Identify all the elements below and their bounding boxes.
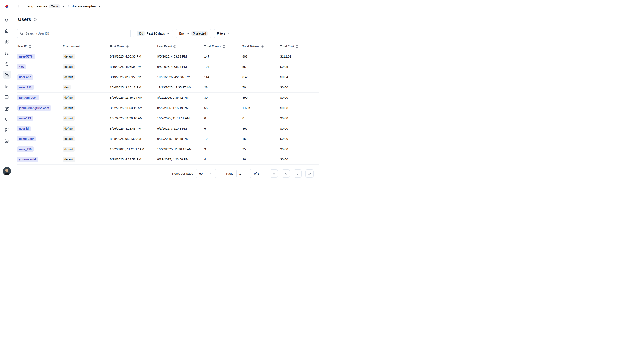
chevrons-right-icon: [308, 172, 311, 175]
user-table-row[interactable]: user-abc default 8/19/2025, 3:36:27 PM 1…: [17, 72, 319, 82]
user-table-row[interactable]: jannik@langfuse.com default 8/22/2025, 1…: [17, 103, 319, 113]
project-name[interactable]: docs-examples: [72, 5, 96, 8]
info-icon[interactable]: [222, 45, 226, 48]
user-id-badge[interactable]: user_123: [17, 85, 34, 90]
last-event-cell: 11/13/2025, 11:35:27 AM: [157, 82, 204, 93]
search-input[interactable]: [26, 32, 128, 35]
user-table-row[interactable]: user_456 default 10/23/2025, 11:26:17 AM…: [17, 144, 319, 154]
user-id-badge[interactable]: user_456: [17, 147, 34, 152]
env-selected-chip: 5 selected: [191, 31, 208, 36]
page-number-input[interactable]: [236, 169, 251, 178]
insights-lightbulb-icon: [5, 117, 9, 122]
previous-page-button[interactable]: [282, 170, 290, 178]
dashboard-grid-icon: [5, 40, 9, 44]
user-table-row[interactable]: demo-user default 8/28/2025, 9:32:30 AM …: [17, 134, 319, 144]
info-icon[interactable]: [126, 45, 129, 48]
breadcrumb: langfuse-dev Team / docs-examples: [26, 4, 101, 9]
total-events-cell: 12: [204, 134, 242, 144]
first-event-cell: 8/19/2025, 3:36:27 PM: [110, 72, 157, 82]
sidebar-item-dashboards[interactable]: [3, 38, 11, 46]
sidebar-item-sessions[interactable]: [3, 60, 11, 68]
user-id-badge[interactable]: random-user: [17, 95, 39, 100]
filter-toolbar: 90d Past 90 days Env 5 selected Filters: [17, 29, 322, 38]
sidebar-item-evals[interactable]: [3, 105, 11, 113]
sidebar-group-2: [3, 49, 11, 79]
column-header-last_event[interactable]: Last Event: [157, 42, 204, 52]
environment-filter-button[interactable]: Env 5 selected: [176, 29, 211, 38]
total-events-cell: 6: [204, 113, 242, 124]
filters-button[interactable]: Filters: [214, 29, 234, 38]
chevron-down-icon: [166, 32, 170, 35]
user-id-badge[interactable]: demo-user: [17, 136, 36, 141]
org-chevron-down-icon[interactable]: [62, 5, 65, 8]
sidebar-item-insights[interactable]: [3, 115, 11, 124]
sidebar-group-4: [3, 105, 11, 145]
sidebar-item-search[interactable]: [3, 16, 11, 24]
user-table-row[interactable]: user-123 default 10/7/2025, 11:28:16 AM …: [17, 113, 319, 124]
project-chevron-down-icon[interactable]: [98, 5, 101, 8]
user-id-badge[interactable]: your-user-id: [17, 157, 38, 162]
info-icon[interactable]: [173, 45, 176, 48]
environment-badge: dev: [62, 85, 71, 90]
user-avatar[interactable]: [3, 167, 11, 175]
first-page-button[interactable]: [270, 170, 278, 178]
sidebar-item-datasets[interactable]: [3, 126, 11, 134]
user-id-badge[interactable]: user-id: [17, 126, 31, 131]
total-tokens-cell: 70: [242, 82, 280, 93]
column-header-first_event[interactable]: First Event: [110, 42, 157, 52]
user-table-row[interactable]: user-5678 default 8/19/2025, 4:05:36 PM …: [17, 52, 319, 62]
user-table-row[interactable]: user-id default 8/25/2025, 4:23:43 PM 9/…: [17, 124, 319, 134]
breadcrumb-separator: /: [68, 4, 69, 9]
org-name[interactable]: langfuse-dev: [26, 5, 47, 8]
sidebar-item-users[interactable]: [3, 71, 11, 79]
sidebar-group-1: [3, 16, 11, 46]
user-id-badge[interactable]: user-123: [17, 116, 33, 121]
last-page-button[interactable]: [306, 170, 314, 178]
user-table-row[interactable]: random-user default 8/26/2025, 11:36:24 …: [17, 93, 319, 103]
user-table-row[interactable]: 456 default 8/19/2025, 4:05:35 PM 9/5/20…: [17, 62, 319, 72]
total-events-cell: 4: [204, 154, 242, 165]
chevron-down-icon: [227, 32, 230, 35]
environment-badge: default: [62, 54, 75, 59]
environment-badge: default: [62, 95, 75, 100]
sidebar-item-database[interactable]: [3, 137, 11, 145]
user-table-row[interactable]: user_123 dev 10/6/2025, 3:16:12 PM 11/13…: [17, 82, 319, 93]
sidebar-item-home[interactable]: [3, 27, 11, 35]
first-event-cell: 10/7/2025, 11:28:16 AM: [110, 113, 157, 124]
first-event-cell: 10/6/2025, 3:16:12 PM: [110, 82, 157, 93]
user-id-badge[interactable]: 456: [17, 64, 26, 69]
column-header-total_tokens[interactable]: Total Tokens: [242, 42, 280, 52]
date-range-button[interactable]: 90d Past 90 days: [133, 29, 173, 38]
user-table-row[interactable]: your-user-id default 8/19/2025, 4:23:58 …: [17, 154, 319, 165]
sidebar-toggle-button[interactable]: [16, 3, 24, 10]
user-id-badge[interactable]: jannik@langfuse.com: [17, 105, 52, 111]
info-icon[interactable]: [296, 45, 298, 48]
first-event-cell: 10/23/2025, 11:26:17 AM: [110, 144, 157, 154]
sidebar-item-tracing[interactable]: [3, 49, 11, 57]
page-of-label: of 1: [254, 172, 259, 175]
sidebar-item-playground[interactable]: [3, 93, 11, 101]
total-tokens-cell: 1.65K: [242, 103, 280, 113]
last-event-cell: 9/5/2025, 4:53:33 PM: [157, 52, 204, 62]
rows-per-page-select[interactable]: 50: [196, 169, 216, 178]
prompts-file-icon: [5, 84, 9, 89]
info-icon[interactable]: [261, 45, 264, 48]
total-tokens-cell: 367: [242, 124, 280, 134]
page-title-info-icon[interactable]: [34, 18, 37, 21]
pagination-bar: Rows per page 50 Page of 1: [14, 166, 322, 181]
langfuse-logo[interactable]: [0, 0, 14, 13]
user-id-badge[interactable]: user-5678: [17, 54, 35, 59]
total-events-cell: 30: [204, 93, 242, 103]
sidebar-item-prompts[interactable]: [3, 82, 11, 90]
chevron-down-icon: [210, 172, 213, 175]
column-header-total_cost[interactable]: Total Cost: [280, 42, 319, 52]
column-header-environment[interactable]: Environment: [62, 42, 110, 52]
filters-label: Filters: [217, 32, 226, 35]
user-id-badge[interactable]: user-abc: [17, 75, 33, 80]
column-header-user_id[interactable]: User ID: [17, 42, 62, 52]
next-page-button[interactable]: [294, 170, 302, 178]
column-header-total_events[interactable]: Total Events: [204, 42, 242, 52]
app-root: langfuse-dev Team / docs-examples Users …: [0, 0, 322, 181]
info-icon[interactable]: [29, 45, 32, 48]
search-box: [17, 29, 131, 38]
